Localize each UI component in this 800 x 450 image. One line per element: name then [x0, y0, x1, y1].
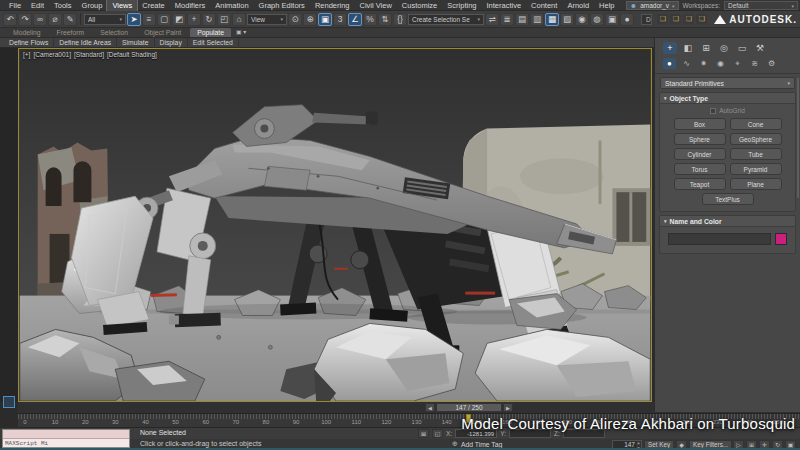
- mirror-icon[interactable]: ⇌: [485, 13, 499, 26]
- ribbon-tab-selection[interactable]: Selection: [93, 28, 135, 37]
- object-name-field[interactable]: [668, 233, 771, 245]
- window-preset-icon-4[interactable]: ❏: [696, 14, 707, 24]
- ribbon-tab-populate[interactable]: Populate: [190, 28, 231, 37]
- menu-item-customize[interactable]: Customize: [397, 0, 442, 11]
- select-and-move-icon[interactable]: +: [187, 13, 201, 26]
- menu-item-tools[interactable]: Tools: [49, 0, 77, 11]
- select-object-icon[interactable]: ➤: [127, 13, 141, 26]
- menu-item-rendering[interactable]: Rendering: [310, 0, 355, 11]
- ribbon-tab-modeling[interactable]: Modeling: [6, 28, 48, 37]
- viewport-label-camera001[interactable]: [Camera001]: [33, 51, 71, 58]
- modify-tab-icon[interactable]: ◧: [681, 42, 695, 54]
- primitive-button-geosphere[interactable]: GeoSphere: [730, 133, 782, 145]
- align-icon[interactable]: ≣: [500, 13, 514, 26]
- toggle-layer-explorer-icon[interactable]: ▥: [530, 13, 544, 26]
- toggle-scene-explorer-icon[interactable]: ▤: [515, 13, 529, 26]
- selection-filter-dropdown[interactable]: All▾: [84, 14, 126, 25]
- cameras-category-icon[interactable]: ◉: [714, 58, 727, 69]
- primitive-button-teapot[interactable]: Teapot: [674, 178, 726, 190]
- create-selection-set-field[interactable]: Create Selection Se▾: [408, 14, 484, 25]
- workspace-dropdown[interactable]: Default ▾: [724, 1, 798, 10]
- absolute-mode-icon[interactable]: ◱: [432, 429, 443, 438]
- primitive-button-pyramid[interactable]: Pyramid: [730, 163, 782, 175]
- render-setup-icon[interactable]: ◍: [590, 13, 604, 26]
- project-folder-field[interactable]: D:\3dsMAX_2020_features: [641, 14, 652, 25]
- unlink-selection-icon[interactable]: ⌀: [48, 13, 62, 26]
- motion-tab-icon[interactable]: ◎: [717, 42, 731, 54]
- reference-coordinate-system-dropdown[interactable]: View▾: [247, 14, 287, 25]
- select-by-name-icon[interactable]: ≡: [142, 13, 156, 26]
- curve-editor-icon[interactable]: ▦: [545, 13, 559, 26]
- ribbon-config-icon[interactable]: ▣ ▾: [236, 28, 246, 37]
- menu-item-create[interactable]: Create: [137, 0, 170, 11]
- viewport-layout-tab[interactable]: [3, 396, 15, 408]
- menu-item-animation[interactable]: Animation: [210, 0, 253, 11]
- schematic-view-icon[interactable]: ▧: [560, 13, 574, 26]
- viewport-label-default-shading[interactable]: [Default Shading]: [107, 51, 157, 58]
- ribbon-button-edit-selected[interactable]: Edit Selected: [188, 38, 239, 48]
- helpers-category-icon[interactable]: ⌖: [731, 58, 744, 69]
- menu-item-modifiers[interactable]: Modifiers: [170, 0, 210, 11]
- user-account-dropdown[interactable]: ☻ amador_v ▾: [626, 1, 679, 10]
- window-preset-icon-1[interactable]: ❏: [657, 14, 668, 24]
- ribbon-button-simulate[interactable]: Simulate: [117, 38, 154, 48]
- primitive-button-cone[interactable]: Cone: [730, 118, 782, 130]
- ribbon-button-display[interactable]: Display: [155, 38, 188, 48]
- primitive-button-plane[interactable]: Plane: [730, 178, 782, 190]
- autogrid-checkbox[interactable]: AutoGrid: [660, 104, 795, 115]
- panel-scrollbar[interactable]: [797, 78, 799, 198]
- angle-snap-toggle-icon[interactable]: ∠: [348, 13, 362, 26]
- menu-item-graph-editors[interactable]: Graph Editors: [254, 0, 310, 11]
- ribbon-tab-object-paint[interactable]: Object Paint: [137, 28, 188, 37]
- undo-icon[interactable]: ↶: [3, 13, 17, 26]
- ribbon-tab-freeform[interactable]: Freeform: [50, 28, 92, 37]
- menu-item-scripting[interactable]: Scripting: [442, 0, 481, 11]
- keyboard-shortcut-override-icon[interactable]: ▣: [318, 13, 332, 26]
- select-and-manipulate-icon[interactable]: ⊕: [303, 13, 317, 26]
- viewport-label-[interactable]: [+]: [23, 51, 30, 58]
- camera-viewport[interactable]: [+][Camera001][Standard][Default Shading…: [18, 48, 652, 402]
- menu-item-views[interactable]: Views: [107, 0, 137, 11]
- menu-item-group[interactable]: Group: [77, 0, 108, 11]
- rectangular-selection-region-icon[interactable]: ▢: [157, 13, 171, 26]
- menu-item-civil-view[interactable]: Civil View: [354, 0, 396, 11]
- previous-frame-button[interactable]: ◀: [425, 403, 435, 412]
- primitive-button-torus[interactable]: Torus: [674, 163, 726, 175]
- object-type-rollout-header[interactable]: ▾ Object Type: [660, 93, 795, 104]
- use-pivot-point-center-icon[interactable]: ⊙: [288, 13, 302, 26]
- lights-category-icon[interactable]: ✷: [697, 58, 710, 69]
- hierarchy-tab-icon[interactable]: ⊞: [699, 42, 713, 54]
- menu-item-edit[interactable]: Edit: [26, 0, 49, 11]
- ribbon-button-define-idle-areas[interactable]: Define Idle Areas: [54, 38, 117, 48]
- select-and-place-icon[interactable]: ⌂: [232, 13, 246, 26]
- object-color-swatch[interactable]: [775, 233, 787, 245]
- selection-lock-icon[interactable]: ⊠: [418, 429, 429, 438]
- primitive-button-tube[interactable]: Tube: [730, 148, 782, 160]
- spinner-snap-toggle-icon[interactable]: ⇅: [378, 13, 392, 26]
- menu-item-help[interactable]: Help: [594, 0, 619, 11]
- ribbon-button-define-flows[interactable]: Define Flows: [4, 38, 54, 48]
- window-crossing-icon[interactable]: ◩: [172, 13, 186, 26]
- redo-icon[interactable]: ↷: [18, 13, 32, 26]
- window-preset-icon-3[interactable]: ❏: [683, 14, 694, 24]
- geometry-category-icon[interactable]: ●: [663, 58, 676, 69]
- rendered-frame-window-icon[interactable]: ▣: [605, 13, 619, 26]
- render-production-icon[interactable]: ●: [620, 13, 634, 26]
- bind-to-space-warp-icon[interactable]: ✎: [63, 13, 77, 26]
- select-and-rotate-icon[interactable]: ↻: [202, 13, 216, 26]
- primitives-category-dropdown[interactable]: Standard Primitives ▾: [660, 77, 795, 89]
- primitive-button-box[interactable]: Box: [674, 118, 726, 130]
- menu-item-interactive[interactable]: Interactive: [481, 0, 526, 11]
- percent-snap-toggle-icon[interactable]: %: [363, 13, 377, 26]
- snap-toggle-3d-icon[interactable]: 3: [333, 13, 347, 26]
- name-color-rollout-header[interactable]: ▾ Name and Color: [660, 216, 795, 227]
- material-editor-icon[interactable]: ◉: [575, 13, 589, 26]
- primitive-button-textplus[interactable]: TextPlus: [702, 193, 754, 205]
- space-warps-category-icon[interactable]: ≋: [748, 58, 761, 69]
- edit-named-selection-sets-icon[interactable]: {}: [393, 13, 407, 26]
- menu-item-content[interactable]: Content: [526, 0, 562, 11]
- next-frame-button[interactable]: ▶: [503, 403, 513, 412]
- menu-item-arnold[interactable]: Arnold: [562, 0, 594, 11]
- shapes-category-icon[interactable]: ∿: [680, 58, 693, 69]
- create-tab-icon[interactable]: +: [663, 42, 677, 54]
